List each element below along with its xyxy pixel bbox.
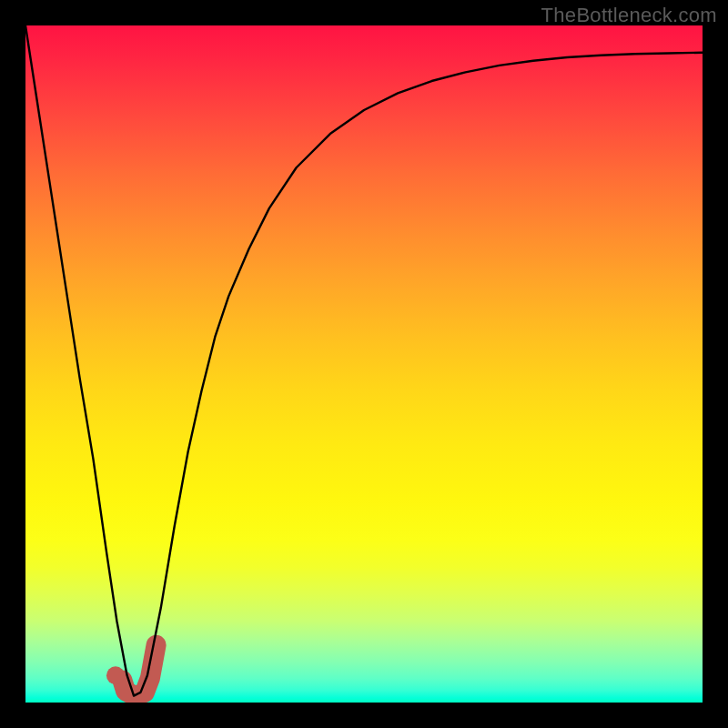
j-marker-dot-icon — [106, 666, 125, 684]
chart-svg — [25, 25, 703, 703]
plot-area — [25, 25, 703, 703]
watermark-text: TheBottleneck.com — [541, 4, 717, 27]
bottleneck-curve — [25, 25, 703, 696]
